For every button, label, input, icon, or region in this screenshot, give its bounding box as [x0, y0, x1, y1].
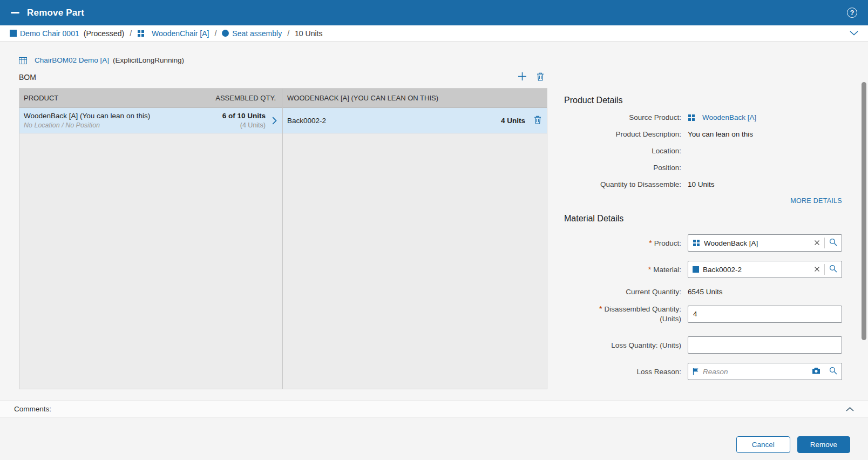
- product-table-empty-area: [19, 133, 282, 389]
- product-row-title: WoodenBack [A] (You can lean on this): [24, 111, 222, 120]
- more-details-link[interactable]: MORE DETAILS: [790, 197, 842, 205]
- bom-icon: [19, 57, 27, 64]
- component-table-empty-area: [283, 133, 547, 389]
- bom-product-row[interactable]: WoodenBack [A] (You can lean on this) No…: [19, 108, 282, 133]
- current-quantity-label: Current Quantity:: [564, 287, 681, 297]
- camera-icon: [812, 367, 820, 376]
- search-reason-button[interactable]: [825, 363, 842, 380]
- trash-icon: [534, 116, 541, 126]
- search-icon: [829, 238, 837, 248]
- page-title: Remove Part: [27, 8, 84, 18]
- remove-part-page: Remove Part ? Demo Chair 0001 (Processed…: [0, 0, 868, 460]
- remove-button[interactable]: Remove: [797, 436, 850, 453]
- disassembled-quantity-label: *Disassembled Quantity: (Units): [564, 304, 681, 324]
- main-content: ChairBOM02 Demo [A] (ExplicitLongRunning…: [0, 42, 868, 401]
- delete-material-button[interactable]: [534, 116, 541, 126]
- breadcrumb-product-link[interactable]: WoodenChair [A]: [152, 29, 209, 38]
- bom-table: PRODUCT ASSEMBLED QTY. WoodenBack [A] (Y…: [19, 88, 547, 389]
- close-icon: [814, 266, 820, 274]
- loss-quantity-label: Loss Quantity: (Units): [564, 341, 681, 349]
- required-marker: *: [649, 239, 652, 247]
- product-row-location: No Location / No Position: [24, 121, 222, 130]
- bom-component-row[interactable]: Back0002-2 4 Units: [283, 108, 547, 133]
- search-icon: [829, 265, 837, 274]
- quantity-to-disassemble-value: 10 Units: [688, 180, 715, 190]
- required-marker: *: [648, 265, 651, 274]
- bom-component-column: WOODENBACK [A] (YOU CAN LEAN ON THIS) Ba…: [283, 89, 547, 389]
- product-details-title: Product Details: [564, 96, 842, 105]
- breadcrumb-sfc-status: (Processed): [84, 29, 124, 38]
- material-icon: [693, 266, 699, 273]
- breadcrumb-separator: /: [287, 29, 289, 38]
- minus-icon[interactable]: [11, 12, 19, 13]
- column-header-component: WOODENBACK [A] (YOU CAN LEAN ON THIS): [287, 94, 438, 102]
- quantity-to-disassemble-label: Quantity to Disassemble:: [564, 180, 681, 190]
- clear-product-button[interactable]: [810, 235, 824, 251]
- delete-component-button[interactable]: [537, 72, 544, 83]
- source-product-link[interactable]: WoodenBack [A]: [702, 113, 756, 123]
- app-header: Remove Part ?: [0, 0, 868, 25]
- help-icon[interactable]: ?: [847, 8, 857, 18]
- scrollbar-thumb[interactable]: [862, 82, 866, 340]
- bom-product-column: PRODUCT ASSEMBLED QTY. WoodenBack [A] (Y…: [19, 89, 283, 389]
- bom-section: ChairBOM02 Demo [A] (ExplicitLongRunning…: [0, 42, 556, 401]
- bom-link-suffix: (ExplicitLongRunning): [113, 56, 184, 65]
- material-field-value: Back0002-2: [703, 266, 810, 274]
- column-header-assembled-qty: ASSEMBLED QTY.: [215, 94, 276, 102]
- loss-reason-placeholder: Reason: [703, 368, 808, 376]
- chevron-up-icon[interactable]: [846, 407, 854, 411]
- component-row-title: Back0002-2: [287, 116, 326, 125]
- cancel-button[interactable]: Cancel: [736, 436, 790, 453]
- add-component-button[interactable]: [518, 72, 527, 83]
- product-icon: [137, 30, 145, 37]
- material-field[interactable]: Back0002-2: [688, 261, 842, 278]
- close-icon: [814, 239, 820, 247]
- breadcrumb-separator: /: [130, 29, 132, 38]
- product-description-label: Product Description:: [564, 130, 681, 139]
- search-material-button[interactable]: [825, 261, 842, 278]
- position-label: Position:: [564, 163, 681, 173]
- footer-actions: Cancel Remove: [0, 417, 868, 460]
- loss-reason-label: Loss Reason:: [564, 368, 681, 376]
- camera-button[interactable]: [808, 363, 825, 380]
- current-quantity-value: 6545 Units: [688, 287, 723, 297]
- plus-icon: [518, 72, 527, 83]
- product-description-value: You can lean on this: [688, 130, 753, 139]
- bom-section-label: BOM: [19, 73, 36, 82]
- flag-icon: [693, 368, 699, 375]
- product-row-qty-note: (4 Units): [222, 121, 266, 130]
- product-icon: [693, 239, 700, 247]
- clear-material-button[interactable]: [810, 261, 824, 278]
- product-field-value: WoodenBack [A]: [704, 239, 810, 247]
- loss-quantity-input[interactable]: [688, 336, 842, 354]
- material-details-title: Material Details: [564, 214, 842, 224]
- comments-label: Comments:: [14, 405, 51, 413]
- required-marker: *: [599, 305, 602, 313]
- loss-reason-field[interactable]: Reason: [688, 363, 842, 380]
- scrollbar[interactable]: [860, 42, 868, 401]
- material-material-label: *Material:: [564, 265, 681, 274]
- source-product-label: Source Product:: [564, 113, 681, 123]
- chevron-right-icon[interactable]: [272, 117, 277, 125]
- component-row-qty: 4 Units: [501, 117, 525, 125]
- product-row-qty: 6 of 10 Units: [222, 111, 266, 120]
- details-panel: Product Details Source Product: WoodenBa…: [556, 42, 868, 383]
- breadcrumb-sfc-link[interactable]: Demo Chair 0001: [20, 29, 79, 38]
- location-label: Location:: [564, 146, 681, 156]
- column-header-product: PRODUCT: [24, 94, 58, 102]
- operation-icon: [222, 30, 229, 37]
- sfc-icon: [10, 30, 17, 37]
- search-product-button[interactable]: [825, 235, 842, 251]
- breadcrumb: Demo Chair 0001 (Processed) / WoodenChai…: [0, 25, 868, 42]
- breadcrumb-quantity: 10 Units: [295, 29, 322, 38]
- bom-link[interactable]: ChairBOM02 Demo [A]: [35, 56, 109, 65]
- breadcrumb-separator: /: [214, 29, 216, 38]
- product-field[interactable]: WoodenBack [A]: [688, 234, 842, 252]
- trash-icon: [537, 72, 544, 83]
- comments-bar: Comments:: [0, 401, 868, 417]
- product-icon: [688, 114, 695, 121]
- search-icon: [829, 367, 837, 376]
- disassembled-quantity-input[interactable]: [688, 306, 842, 323]
- chevron-down-icon[interactable]: [850, 31, 858, 36]
- breadcrumb-operation-link[interactable]: Seat assembly: [232, 29, 282, 38]
